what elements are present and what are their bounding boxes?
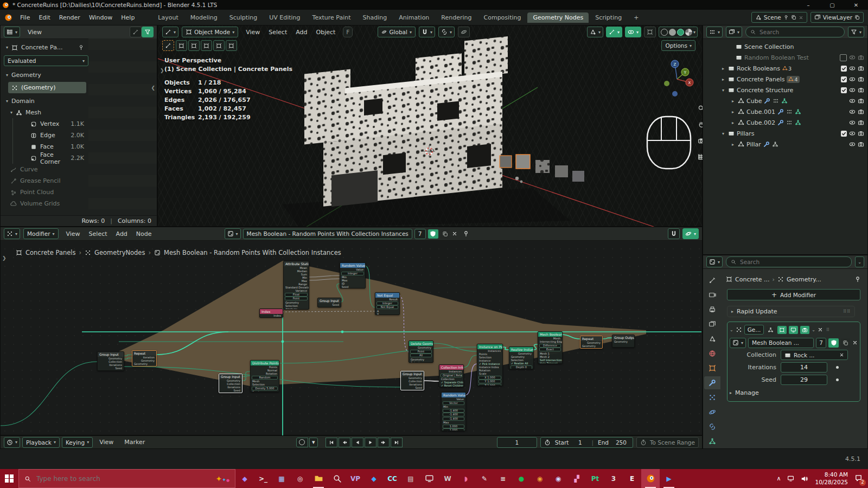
wrench-icon[interactable] xyxy=(777,119,784,126)
play-button[interactable] xyxy=(365,438,376,447)
titlebar[interactable]: * ConcreteRuins [D:\Dailies\10\ConcreteR… xyxy=(0,0,868,10)
taskbar-app[interactable] xyxy=(420,469,438,488)
node-socket-row[interactable]: Integer xyxy=(341,272,364,275)
graph-node[interactable]: Distribute Points on Fac...PointsNormalR… xyxy=(250,360,279,392)
tray-expand-chevron[interactable]: ∧ xyxy=(776,475,781,482)
node-socket-row[interactable]: Original | Relative xyxy=(441,374,462,377)
node-socket-row[interactable]: 1.000 xyxy=(443,428,464,431)
node-socket-row[interactable]: Seed xyxy=(219,389,242,392)
shading-rendered-icon[interactable] xyxy=(685,29,692,36)
scene-selector[interactable]: Scene xyxy=(751,12,807,23)
select-mode-button[interactable] xyxy=(213,40,225,51)
node-socket-row[interactable]: Random xyxy=(252,376,278,380)
pin-icon[interactable] xyxy=(783,15,789,20)
taskbar-app[interactable]: ▤ xyxy=(401,469,420,488)
modifier-edit-mode-toggle[interactable] xyxy=(777,326,787,334)
nodetree-icon[interactable] xyxy=(795,119,801,126)
nodetree-icon[interactable] xyxy=(795,108,801,115)
workspace-tab[interactable]: Modeling xyxy=(185,12,223,23)
rapid-update-panel[interactable]: ▸Rapid Update⠿⠿ xyxy=(727,306,855,317)
proportional-edit-toggle[interactable] xyxy=(458,27,470,37)
workspace-tab[interactable]: Animation xyxy=(393,12,435,23)
node-socket-row[interactable]: Integer xyxy=(376,301,398,305)
pin-icon[interactable] xyxy=(854,276,861,282)
outliner-row[interactable]: Scene Collection xyxy=(703,41,867,52)
outliner-display-mode-button[interactable]: ▾ xyxy=(726,27,742,37)
frame-range-fields[interactable]: Start1 | End250 xyxy=(540,437,633,448)
camera-icon[interactable] xyxy=(858,76,864,82)
node-socket-row[interactable]: Seed xyxy=(251,390,279,392)
properties-tab[interactable] xyxy=(704,391,720,404)
eye-icon[interactable] xyxy=(849,98,856,104)
select-mode-button[interactable] xyxy=(201,40,212,51)
shading-mode-switch[interactable]: ▾ xyxy=(659,27,698,37)
node-socket-row[interactable]: Point xyxy=(285,297,308,300)
spreadsheet-filter-toggle[interactable] xyxy=(142,27,154,37)
eye-icon[interactable] xyxy=(849,87,856,93)
select-mode-button[interactable] xyxy=(176,40,187,51)
node-socket-row[interactable]: Geometry xyxy=(612,340,634,343)
workspace-tab[interactable]: Shading xyxy=(358,12,393,23)
outliner-search[interactable] xyxy=(745,27,845,37)
workspace-tab[interactable]: Layout xyxy=(152,12,183,23)
start-button[interactable] xyxy=(0,469,18,488)
node-socket-row[interactable]: Seed xyxy=(98,367,124,370)
properties-tab[interactable] xyxy=(704,288,720,301)
taskbar-app[interactable]: ▶ xyxy=(660,469,678,488)
expand-chevron[interactable]: ▸ xyxy=(730,110,736,114)
node-socket-row[interactable]: Depth 0 xyxy=(510,365,532,369)
close-icon[interactable] xyxy=(852,340,858,345)
collection-field[interactable]: Rock ... xyxy=(781,350,848,360)
node-socket-row[interactable]: Vector xyxy=(443,401,464,405)
animate-dot[interactable] xyxy=(836,366,839,369)
f-addon-button[interactable]: F xyxy=(343,27,353,37)
wrench-icon[interactable] xyxy=(764,98,770,104)
node-socket-row[interactable]: Attribute xyxy=(284,307,309,310)
shading-wireframe-icon[interactable] xyxy=(661,29,668,36)
properties-editor-type-button[interactable]: ▾ xyxy=(706,256,723,267)
exclude-checkbox[interactable] xyxy=(841,87,847,93)
taskbar-app[interactable] xyxy=(641,469,660,488)
node-socket-row[interactable]: Selection xyxy=(409,361,433,363)
expand-chevron[interactable]: ▸ xyxy=(730,99,736,104)
expand-chevron[interactable]: ▸ xyxy=(720,66,726,71)
mesh-domain-row[interactable]: ▾ Mesh xyxy=(3,107,87,118)
speaker-icon[interactable] xyxy=(801,475,808,483)
camera-icon[interactable] xyxy=(858,119,864,126)
modifier-name-field[interactable]: Ge... xyxy=(744,325,764,335)
show-gizmo-dropdown[interactable]: ▾ xyxy=(587,27,603,37)
mode-dropdown[interactable]: Object Mode▾ xyxy=(182,27,238,37)
seed-field[interactable]: 29 xyxy=(781,375,827,385)
node-socket-row[interactable]: Max xyxy=(442,421,465,424)
to-scene-range-button[interactable]: To Scene Range xyxy=(636,437,699,448)
workspace-tab[interactable]: Compositing xyxy=(478,12,527,23)
camera-icon[interactable] xyxy=(858,130,864,137)
eye-icon[interactable] xyxy=(849,130,856,137)
node-socket-row[interactable]: Geometry xyxy=(409,346,433,349)
node-socket-row[interactable]: Geometry xyxy=(580,344,602,348)
workspace-tab[interactable]: Sculpting xyxy=(224,12,263,23)
attribute-row[interactable]: Edge2.0K xyxy=(12,130,87,141)
timeline-editor-type-button[interactable]: ▾ xyxy=(4,437,20,448)
viewport-3d[interactable]: Z Y X ▾ Objec xyxy=(157,25,703,227)
viewlayer-selector[interactable]: ViewLayer xyxy=(810,12,864,23)
nodetree-name-field[interactable]: Mesh Boolean ... xyxy=(748,338,814,348)
node-socket-row[interactable]: Not Equal xyxy=(376,305,398,309)
graph-node[interactable]: Instance on PointsInstancesPointsSelecti… xyxy=(477,344,503,386)
outliner-row[interactable]: ▸ Pillar xyxy=(703,139,867,150)
taskbar-app[interactable]: ▦ xyxy=(272,469,291,488)
workspace-tab[interactable]: Scripting xyxy=(590,12,627,23)
properties-tab[interactable] xyxy=(704,435,720,448)
node-socket-row[interactable]: Min xyxy=(442,405,465,408)
properties-tab[interactable] xyxy=(704,406,720,419)
graph-node[interactable]: Group InputGeometryCollectionIterationsS… xyxy=(219,374,242,393)
viewport-menu-item[interactable]: Object xyxy=(312,29,340,36)
viewport-menu-item[interactable]: Add xyxy=(291,29,311,36)
taskbar-clock[interactable]: 8:40 AM 10/28/2025 xyxy=(815,471,848,486)
menu-item[interactable]: File xyxy=(16,14,34,21)
modifier-render-toggle[interactable] xyxy=(800,326,809,334)
camera-icon[interactable] xyxy=(858,141,864,147)
drag-handle[interactable]: ⠿ xyxy=(826,328,830,332)
evaluation-state-dropdown[interactable]: Evaluated▾ xyxy=(4,55,88,66)
nodetree-browse-button[interactable]: ▾ xyxy=(730,338,746,348)
